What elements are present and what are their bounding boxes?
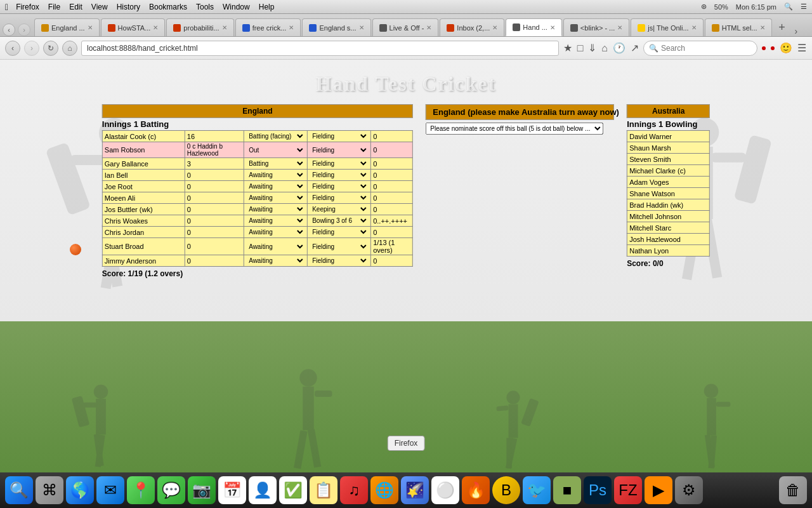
menu-icon[interactable]: ☰ bbox=[801, 3, 807, 11]
dock-messages[interactable]: 💬 bbox=[157, 476, 185, 504]
tab-2[interactable]: probabiliti... ✕ bbox=[166, 18, 233, 36]
dock-launchpad[interactable]: ⌘ bbox=[36, 476, 63, 504]
dock-facetime[interactable]: 📷 bbox=[188, 476, 216, 504]
tab-4[interactable]: England s... ✕ bbox=[302, 18, 370, 36]
tab-0[interactable]: England ... ✕ bbox=[34, 18, 100, 36]
player-fielding-cell[interactable]: Fielding bbox=[308, 131, 371, 142]
menu-history[interactable]: History bbox=[117, 3, 140, 11]
player-fielding-select[interactable]: Fielding bbox=[310, 132, 369, 140]
dock-trash[interactable]: 🗑 bbox=[779, 476, 807, 504]
dock-music[interactable]: ♫ bbox=[340, 476, 368, 504]
dock-contacts[interactable]: 👤 bbox=[249, 476, 277, 504]
player-status-cell[interactable]: Awaiting bbox=[244, 192, 308, 204]
tab-close-2[interactable]: ✕ bbox=[222, 24, 227, 31]
player-fielding-select[interactable]: Keeping bbox=[310, 205, 369, 213]
tab-close-10[interactable]: ✕ bbox=[760, 24, 765, 31]
tab-close-7[interactable]: ✕ bbox=[550, 24, 555, 31]
menu-help[interactable]: Help bbox=[259, 3, 275, 11]
emoji-icon[interactable]: 🙂 bbox=[780, 42, 792, 54]
tab-10[interactable]: HTML sel... ✕ bbox=[705, 18, 772, 36]
dock-minecraft[interactable]: ■ bbox=[553, 476, 581, 504]
tab-6[interactable]: Inbox (2,... ✕ bbox=[440, 18, 504, 36]
menu-edit[interactable]: Edit bbox=[69, 3, 82, 11]
menu-file[interactable]: File bbox=[48, 3, 60, 11]
player-status-cell[interactable]: Awaiting bbox=[244, 227, 308, 238]
menu-view[interactable]: View bbox=[91, 3, 108, 11]
dock-finder[interactable]: 🔍 bbox=[5, 476, 33, 504]
search-bar[interactable]: 🔍 bbox=[643, 41, 757, 56]
player-fielding-cell[interactable]: Fielding bbox=[308, 255, 371, 267]
dock-photoshop[interactable]: Ps bbox=[584, 476, 612, 504]
search-input[interactable] bbox=[661, 44, 756, 53]
player-fielding-cell[interactable]: Fielding bbox=[308, 227, 371, 238]
tab-1[interactable]: HowSTA... ✕ bbox=[101, 18, 166, 36]
tab-overflow-btn[interactable]: › bbox=[792, 26, 801, 36]
player-fielding-select[interactable]: Fielding bbox=[310, 194, 369, 202]
dock-iphoto[interactable]: 🌠 bbox=[401, 476, 429, 504]
tab-3[interactable]: free crick... ✕ bbox=[235, 18, 301, 36]
download-icon[interactable]: ⇓ bbox=[588, 42, 596, 54]
player-status-select[interactable]: Batting bbox=[246, 159, 305, 168]
player-status-select[interactable]: Out bbox=[246, 146, 305, 154]
player-fielding-cell[interactable]: Keeping bbox=[308, 204, 371, 215]
tab-8[interactable]: <blink> - ... ✕ bbox=[563, 18, 629, 36]
tab-close-6[interactable]: ✕ bbox=[492, 24, 497, 31]
player-status-cell[interactable]: Awaiting bbox=[244, 215, 308, 227]
forward-address-btn[interactable]: › bbox=[24, 41, 39, 56]
dock-system-prefs[interactable]: ⚙ bbox=[675, 476, 703, 504]
clock-icon[interactable]: 🕐 bbox=[613, 42, 625, 54]
player-status-cell[interactable]: Batting (facing) bbox=[244, 131, 308, 142]
player-status-cell[interactable]: Awaiting bbox=[244, 170, 308, 181]
player-fielding-select[interactable]: Fielding bbox=[310, 243, 369, 251]
dock-calendar[interactable]: 📅 bbox=[218, 476, 246, 504]
home-btn[interactable]: ⌂ bbox=[62, 41, 77, 56]
player-status-cell[interactable]: Awaiting bbox=[244, 204, 308, 215]
player-fielding-cell[interactable]: Fielding bbox=[308, 192, 371, 204]
tab-close-4[interactable]: ✕ bbox=[359, 24, 364, 31]
player-fielding-cell[interactable]: Fielding bbox=[308, 170, 371, 181]
tab-close-8[interactable]: ✕ bbox=[617, 24, 622, 31]
player-status-select[interactable]: Awaiting bbox=[246, 217, 305, 225]
player-fielding-cell[interactable]: Fielding bbox=[308, 158, 371, 170]
dock-coin[interactable]: B bbox=[492, 476, 520, 504]
tab-close-5[interactable]: ✕ bbox=[426, 24, 431, 31]
forward-btn[interactable]: › bbox=[18, 23, 30, 36]
dock-filezilla[interactable]: FZ bbox=[614, 476, 642, 504]
player-fielding-select[interactable]: Bowling 3 of 6 bbox=[310, 217, 369, 225]
dock-twitter[interactable]: 🐦 bbox=[523, 476, 551, 504]
tab-5[interactable]: Live & Off - ✕ bbox=[372, 18, 439, 36]
player-status-cell[interactable]: Awaiting bbox=[244, 181, 308, 192]
player-fielding-select[interactable]: Fielding bbox=[310, 146, 369, 154]
dock-photos[interactable]: 🌐 bbox=[370, 476, 398, 504]
tab-close-1[interactable]: ✕ bbox=[153, 24, 158, 31]
player-fielding-select[interactable]: Fielding bbox=[310, 182, 369, 190]
player-status-select[interactable]: Awaiting bbox=[246, 257, 305, 265]
back-btn[interactable]: ‹ bbox=[3, 23, 15, 36]
back-address-btn[interactable]: ‹ bbox=[5, 41, 20, 56]
search-icon[interactable]: 🔍 bbox=[784, 3, 793, 11]
apple-icon[interactable]:  bbox=[5, 2, 8, 12]
player-fielding-cell[interactable]: Fielding bbox=[308, 142, 371, 158]
player-status-cell[interactable]: Out bbox=[244, 142, 308, 158]
tab-close-0[interactable]: ✕ bbox=[88, 24, 93, 31]
player-status-select[interactable]: Awaiting bbox=[246, 171, 305, 179]
dock-mail[interactable]: ✉ bbox=[96, 476, 124, 504]
player-fielding-cell[interactable]: Bowling 3 of 6 bbox=[308, 215, 371, 227]
nominate-select[interactable]: Please nominate score off this ball (5 i… bbox=[426, 123, 603, 135]
bookmark-star[interactable]: ★ bbox=[563, 42, 572, 54]
dock-maps[interactable]: 📍 bbox=[127, 476, 155, 504]
player-status-cell[interactable]: Awaiting bbox=[244, 255, 308, 267]
address-input[interactable] bbox=[81, 41, 559, 56]
player-status-select[interactable]: Awaiting bbox=[246, 228, 305, 236]
player-status-cell[interactable]: Batting bbox=[244, 158, 308, 170]
menu-tools[interactable]: Tools bbox=[196, 3, 214, 11]
tab-close-3[interactable]: ✕ bbox=[289, 24, 294, 31]
dock-firefox[interactable]: 🔥 bbox=[462, 476, 490, 504]
player-status-select[interactable]: Awaiting bbox=[246, 205, 305, 213]
dock-notes[interactable]: 📋 bbox=[310, 476, 337, 504]
player-status-select[interactable]: Awaiting bbox=[246, 243, 305, 251]
player-fielding-select[interactable]: Fielding bbox=[310, 257, 369, 265]
player-fielding-cell[interactable]: Fielding bbox=[308, 238, 371, 255]
player-fielding-select[interactable]: Fielding bbox=[310, 228, 369, 236]
menu-bookmarks[interactable]: Bookmarks bbox=[149, 3, 187, 11]
